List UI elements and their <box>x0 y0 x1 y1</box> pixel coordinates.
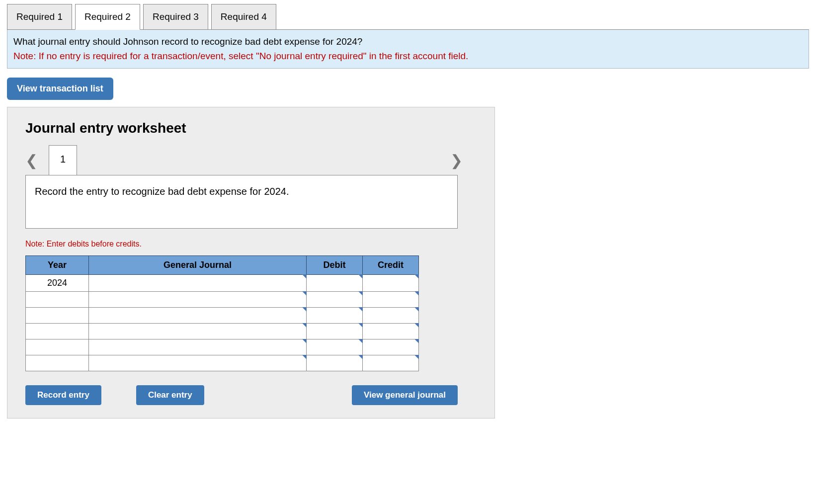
chevron-left-icon[interactable]: ❮ <box>25 152 38 169</box>
cell-debit[interactable] <box>307 292 363 308</box>
cell-year[interactable] <box>26 308 89 324</box>
table-row: 2024 <box>26 275 419 292</box>
col-header-debit: Debit <box>307 256 363 275</box>
table-row <box>26 339 419 355</box>
cell-year[interactable] <box>26 292 89 308</box>
question-note: Note: If no entry is required for a tran… <box>13 49 803 64</box>
cell-credit[interactable] <box>363 308 419 324</box>
journal-entry-table: Year General Journal Debit Credit 2024 <box>25 255 419 371</box>
cell-general-journal[interactable] <box>89 292 307 308</box>
col-header-general-journal: General Journal <box>89 256 307 275</box>
question-bar: What journal entry should Johnson record… <box>7 29 809 69</box>
cell-debit[interactable] <box>307 308 363 324</box>
cell-credit[interactable] <box>363 324 419 339</box>
tab-required-4[interactable]: Required 4 <box>211 4 276 30</box>
cell-general-journal[interactable] <box>89 324 307 339</box>
cell-general-journal[interactable] <box>89 355 307 371</box>
tab-required-2[interactable]: Required 2 <box>75 4 140 30</box>
cell-year[interactable]: 2024 <box>26 275 89 292</box>
cell-debit[interactable] <box>307 355 363 371</box>
col-header-credit: Credit <box>363 256 419 275</box>
record-entry-button[interactable]: Record entry <box>25 385 101 405</box>
cell-year[interactable] <box>26 324 89 339</box>
cell-general-journal[interactable] <box>89 339 307 355</box>
question-prompt: What journal entry should Johnson record… <box>13 35 803 49</box>
cell-year[interactable] <box>26 355 89 371</box>
page-number-box[interactable]: 1 <box>49 145 77 175</box>
tab-required-1[interactable]: Required 1 <box>7 4 72 30</box>
instruction-box: Record the entry to recognize bad debt e… <box>25 175 458 229</box>
debit-credit-note: Note: Enter debits before credits. <box>25 240 477 249</box>
cell-credit[interactable] <box>363 355 419 371</box>
clear-entry-button[interactable]: Clear entry <box>136 385 204 405</box>
tabs-bar: Required 1 Required 2 Required 3 Require… <box>7 4 809 30</box>
cell-debit[interactable] <box>307 339 363 355</box>
col-header-year: Year <box>26 256 89 275</box>
tab-required-3[interactable]: Required 3 <box>143 4 208 30</box>
cell-credit[interactable] <box>363 339 419 355</box>
table-row <box>26 324 419 339</box>
cell-year[interactable] <box>26 339 89 355</box>
journal-entry-worksheet: Journal entry worksheet ❮ 1 ❯ Record the… <box>7 107 495 419</box>
cell-credit[interactable] <box>363 275 419 292</box>
action-buttons-row: Record entry Clear entry View general jo… <box>25 385 458 405</box>
worksheet-nav: ❮ 1 ❯ <box>25 145 463 175</box>
cell-debit[interactable] <box>307 324 363 339</box>
chevron-right-icon[interactable]: ❯ <box>450 152 463 169</box>
cell-credit[interactable] <box>363 292 419 308</box>
worksheet-title: Journal entry worksheet <box>25 120 477 136</box>
view-transaction-list-button[interactable]: View transaction list <box>7 78 113 100</box>
cell-general-journal[interactable] <box>89 308 307 324</box>
table-row <box>26 308 419 324</box>
view-general-journal-button[interactable]: View general journal <box>352 385 458 405</box>
table-row <box>26 355 419 371</box>
table-row <box>26 292 419 308</box>
cell-debit[interactable] <box>307 275 363 292</box>
cell-general-journal[interactable] <box>89 275 307 292</box>
